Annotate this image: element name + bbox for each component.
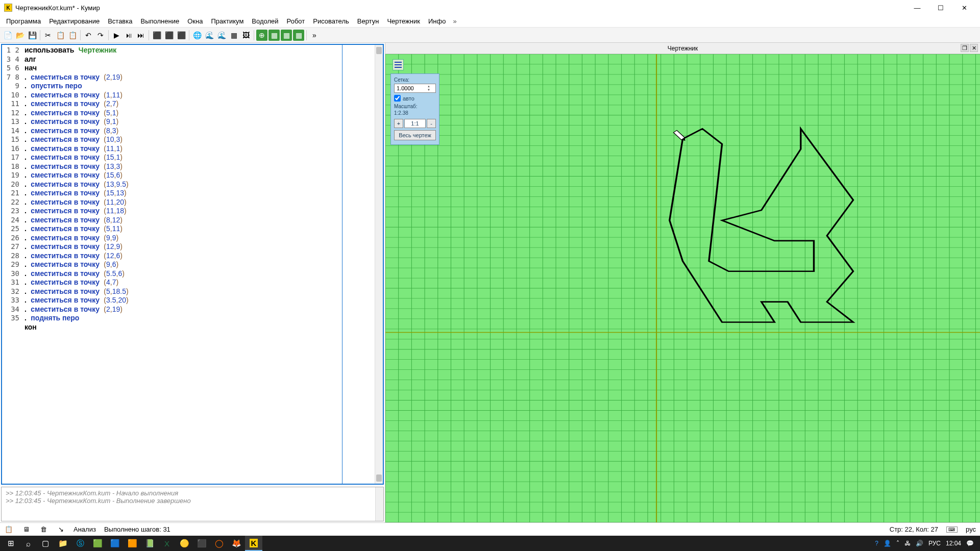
menu-Робот[interactable]: Робот xyxy=(283,16,309,26)
fit-all-button[interactable]: Весь чертеж xyxy=(394,130,436,140)
maximize-button[interactable]: ☐ xyxy=(929,0,952,15)
keyboard-icon[interactable]: ⌨ xyxy=(946,527,958,533)
chrome-icon[interactable]: 🟡 xyxy=(176,536,193,551)
grid-step-input[interactable]: ▲▼ xyxy=(394,84,436,93)
canvas-detach-button[interactable]: ❐ xyxy=(961,44,969,52)
canvas-menu-button[interactable] xyxy=(393,59,404,70)
app-icon-3[interactable]: 🟧 xyxy=(124,536,141,551)
status-icon-2[interactable]: 🖥 xyxy=(21,525,31,534)
app-icon-2[interactable]: 🟦 xyxy=(106,536,124,551)
status-lang: рус xyxy=(966,525,976,533)
tray-people-icon[interactable]: 👤 xyxy=(884,540,891,547)
toolbar-button-22[interactable]: ▦ xyxy=(228,30,239,41)
zoom-reset-button[interactable]: 1:1 xyxy=(404,119,426,128)
toolbar-button-8[interactable]: ↶ xyxy=(83,30,94,41)
toolbar-button-23[interactable]: 🖼 xyxy=(240,30,252,41)
toolbar-button-27[interactable]: ▦ xyxy=(281,30,292,41)
firefox-icon[interactable]: 🦊 xyxy=(228,536,245,551)
app-icon-5[interactable]: ⬛ xyxy=(193,536,210,551)
start-button[interactable]: ⊞ xyxy=(2,536,19,551)
excel-icon[interactable]: X xyxy=(158,536,176,551)
tray-chevron-icon[interactable]: ˄ xyxy=(896,540,899,547)
code-content[interactable]: использовать Чертежник алг нач . сместит… xyxy=(22,45,375,484)
toolbar-button-30[interactable]: » xyxy=(309,30,320,41)
menu-Рисователь[interactable]: Рисователь xyxy=(309,16,353,26)
toolbar-button-19[interactable]: 🌐 xyxy=(191,30,203,41)
app-icon-6[interactable]: ◯ xyxy=(210,536,228,551)
status-steps: Выполнено шагов: 31 xyxy=(104,525,170,533)
skype-icon[interactable]: Ⓢ xyxy=(71,536,89,551)
code-editor[interactable]: 1 2 3 4 5 6 7 8 9 10 11 12 13 14 15 16 1… xyxy=(1,44,384,485)
drawing-canvas[interactable]: Сетка: ▲▼ авто Масштаб: 1:2.38 + 1:1 - В… xyxy=(385,54,980,522)
status-icon-1[interactable]: 📋 xyxy=(4,525,13,534)
status-cursor: Стр: 22, Кол: 27 xyxy=(890,525,938,533)
zoom-out-button[interactable]: - xyxy=(427,119,436,128)
menu-Водолей[interactable]: Водолей xyxy=(248,16,282,26)
grid-auto-checkbox[interactable]: авто xyxy=(394,95,436,102)
menu-Инфо[interactable]: Инфо xyxy=(424,16,450,26)
toolbar-button-4[interactable]: ✂ xyxy=(42,30,54,41)
toolbar-button-5[interactable]: 📋 xyxy=(55,30,66,41)
canvas-title-label: Чертежник xyxy=(668,45,698,52)
explorer-icon[interactable]: 📁 xyxy=(54,536,71,551)
menu-Выполнение[interactable]: Выполнение xyxy=(136,16,183,26)
toolbar-button-21[interactable]: 🌊 xyxy=(216,30,227,41)
scale-label: Масштаб: xyxy=(394,104,436,109)
grid-step-value[interactable] xyxy=(395,85,425,91)
app-icon-1[interactable]: 🟩 xyxy=(89,536,106,551)
tray-lang[interactable]: РУС xyxy=(928,540,941,547)
toolbar-button-13[interactable]: ⏭ xyxy=(135,30,146,41)
toolbar-separator xyxy=(40,30,40,40)
toolbar-button-1[interactable]: 📂 xyxy=(14,30,26,41)
statusbar: 📋 🖥 🗑 ↘ Анализ Выполнено шагов: 31 Стр: … xyxy=(0,522,980,536)
tray-volume-icon[interactable]: 🔊 xyxy=(916,540,923,547)
menu-Программа[interactable]: Программа xyxy=(2,16,45,26)
canvas-close-button[interactable]: ✕ xyxy=(970,44,978,52)
menu-Практикум[interactable]: Практикум xyxy=(207,16,248,26)
toolbar-button-17[interactable]: ⬛ xyxy=(176,30,187,41)
status-icon-4[interactable]: ↘ xyxy=(56,525,65,534)
tray-help-icon[interactable]: ? xyxy=(875,540,878,547)
toolbar-button-6[interactable]: 📋 xyxy=(67,30,78,41)
scroll-thumb-top[interactable] xyxy=(376,47,382,54)
scroll-thumb-bottom[interactable] xyxy=(376,474,382,482)
minimize-button[interactable]: — xyxy=(905,0,929,15)
kumir-taskbar-icon[interactable]: K xyxy=(245,536,262,551)
status-icon-3[interactable]: 🗑 xyxy=(39,525,48,534)
toolbar-button-15[interactable]: ⬛ xyxy=(151,30,162,41)
toolbar-button-28[interactable]: ▦ xyxy=(293,30,304,41)
menu-Редактирование[interactable]: Редактирование xyxy=(45,16,104,26)
app-icon: K xyxy=(4,4,12,12)
menu-Вставка[interactable]: Вставка xyxy=(104,16,136,26)
output-console[interactable]: >> 12:03:45 - ЧертежникКот.kum - Начало … xyxy=(1,487,384,521)
zoom-in-button[interactable]: + xyxy=(394,119,403,128)
grid-auto-input[interactable] xyxy=(394,95,401,102)
console-line: >> 12:03:45 - ЧертежникКот.kum - Начало … xyxy=(6,489,379,497)
editor-scrollbar[interactable] xyxy=(375,45,383,484)
tray-network-icon[interactable]: 🖧 xyxy=(904,540,911,547)
left-pane: 1 2 3 4 5 6 7 8 9 10 11 12 13 14 15 16 1… xyxy=(0,43,385,522)
close-button[interactable]: ✕ xyxy=(952,0,976,15)
right-pane: Чертежник ❐ ✕ Сетка: ▲▼ авто Масштаб: xyxy=(385,43,980,522)
toolbar-button-0[interactable]: 📄 xyxy=(2,30,13,41)
line-gutter: 1 2 3 4 5 6 7 8 9 10 11 12 13 14 15 16 1… xyxy=(2,45,22,484)
search-icon[interactable]: ⌕ xyxy=(19,536,37,551)
menu-overflow[interactable]: » xyxy=(450,16,459,26)
toolbar-separator xyxy=(80,30,81,40)
toolbar-button-16[interactable]: ⬛ xyxy=(163,30,175,41)
toolbar-button-26[interactable]: ▦ xyxy=(268,30,280,41)
tray-clock[interactable]: 12:04 xyxy=(946,540,961,547)
toolbar-button-12[interactable]: ⏯ xyxy=(123,30,134,41)
menu-Вертун[interactable]: Вертун xyxy=(353,16,383,26)
taskview-icon[interactable]: ▢ xyxy=(37,536,54,551)
menu-Чертежник[interactable]: Чертежник xyxy=(383,16,424,26)
console-scrollbar[interactable] xyxy=(375,487,383,521)
toolbar-button-9[interactable]: ↷ xyxy=(95,30,106,41)
toolbar-button-25[interactable]: ⊕ xyxy=(256,30,267,41)
tray-notifications-icon[interactable]: 💬 xyxy=(966,540,974,547)
toolbar-button-20[interactable]: 🌊 xyxy=(204,30,215,41)
app-icon-4[interactable]: 📗 xyxy=(141,536,158,551)
toolbar-button-2[interactable]: 💾 xyxy=(27,30,38,41)
menu-Окна[interactable]: Окна xyxy=(183,16,207,26)
toolbar-button-11[interactable]: ▶ xyxy=(111,30,122,41)
